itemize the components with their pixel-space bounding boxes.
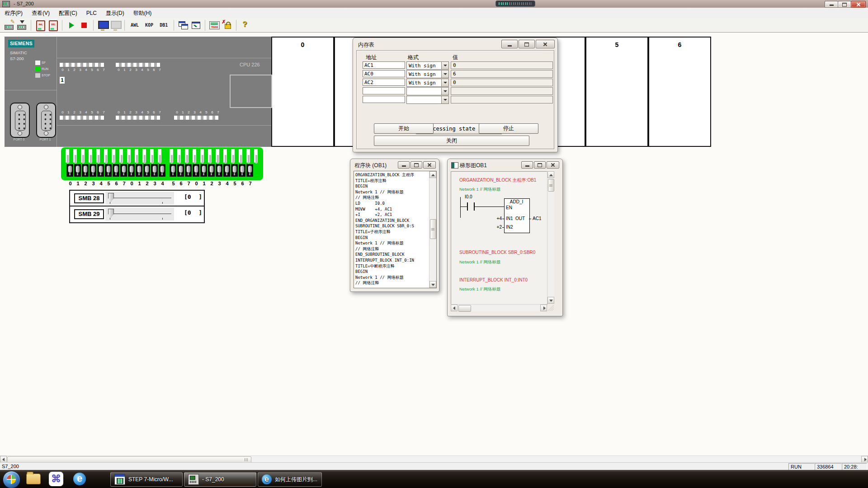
- scroll-right-icon[interactable]: [540, 305, 547, 311]
- dropdown-arrow-icon[interactable]: [441, 70, 448, 78]
- cascade-windows-button[interactable]: [177, 19, 189, 31]
- menu-item[interactable]: PLC: [82, 8, 101, 19]
- smb-slider[interactable]: [105, 207, 174, 221]
- db1-view-button[interactable]: DB1: [156, 21, 171, 29]
- run-button[interactable]: [66, 19, 77, 31]
- close-dialog-button[interactable]: 关闭: [374, 136, 529, 146]
- internet-explorer-icon[interactable]: e: [73, 473, 86, 485]
- input-switch[interactable]: [143, 164, 150, 177]
- address-input[interactable]: [363, 79, 405, 86]
- input-switch[interactable]: [193, 164, 199, 177]
- scroll-down-icon[interactable]: [429, 281, 436, 288]
- address-input[interactable]: [363, 87, 405, 94]
- close-button[interactable]: [423, 161, 436, 169]
- scroll-left-icon[interactable]: [451, 305, 458, 311]
- input-switch[interactable]: [66, 164, 73, 177]
- input-switch[interactable]: [208, 164, 215, 177]
- menu-item[interactable]: 配置(C): [54, 8, 82, 18]
- horizontal-scrollbar[interactable]: [451, 304, 547, 311]
- vertical-scrollbar[interactable]: [429, 171, 436, 288]
- awl-view-button[interactable]: AWL: [127, 21, 142, 29]
- help-button[interactable]: ?: [240, 19, 251, 31]
- format-select[interactable]: [406, 87, 449, 95]
- minimize-button[interactable]: [825, 1, 838, 8]
- explorer-icon[interactable]: [26, 474, 41, 484]
- close-button[interactable]: [536, 40, 555, 48]
- start-button[interactable]: [3, 471, 20, 488]
- menu-item[interactable]: 查看(V): [27, 8, 54, 18]
- address-input[interactable]: [363, 96, 405, 103]
- input-switch[interactable]: [97, 164, 104, 177]
- menu-item[interactable]: 帮助(H): [129, 8, 156, 18]
- vertical-scrollbar[interactable]: [547, 171, 554, 304]
- close-button[interactable]: [547, 161, 559, 169]
- address-input[interactable]: [363, 61, 405, 69]
- dropdown-arrow-icon[interactable]: [441, 88, 448, 95]
- input-switch[interactable]: [90, 164, 96, 177]
- format-select[interactable]: With sign: [406, 61, 449, 70]
- input-switch[interactable]: [239, 164, 245, 177]
- input-switch[interactable]: [231, 164, 238, 177]
- monitor-on-button[interactable]: [97, 19, 108, 31]
- input-switch[interactable]: [128, 164, 135, 177]
- dropdown-arrow-icon[interactable]: [441, 96, 448, 103]
- menu-item[interactable]: 程序(P): [0, 8, 27, 18]
- td200-button[interactable]: TD200: [208, 19, 220, 31]
- ladder-canvas[interactable]: ORGANIZATION_BLOCK 主程序:OB1 Network 1 // …: [451, 171, 547, 305]
- unlock-button[interactable]: ✗: [221, 19, 233, 31]
- input-switch[interactable]: [159, 164, 165, 177]
- scroll-up-icon[interactable]: [429, 171, 436, 178]
- input-switch[interactable]: [177, 164, 184, 177]
- taskbar-button-step7[interactable]: STEP 7-Micro/W...: [110, 472, 183, 487]
- smb-slider[interactable]: [105, 192, 174, 205]
- minimize-button[interactable]: [521, 161, 533, 169]
- scroll-thumb[interactable]: [458, 305, 471, 312]
- slider-thumb[interactable]: [108, 193, 114, 202]
- scroll-down-icon[interactable]: [547, 297, 554, 304]
- address-input[interactable]: [363, 70, 405, 77]
- download-program-button[interactable]: [16, 19, 28, 31]
- state-chart-button[interactable]: [190, 19, 202, 31]
- input-switch[interactable]: [170, 164, 176, 177]
- slider-thumb[interactable]: [108, 209, 114, 217]
- taskbar-button-browser[interactable]: e 如何上传图片到...: [258, 472, 322, 487]
- edit-program-button[interactable]: ✎: [3, 19, 15, 31]
- input-switch[interactable]: [120, 164, 127, 177]
- dropdown-arrow-icon[interactable]: [441, 62, 448, 69]
- load-awl-button[interactable]: AWL: [34, 19, 46, 31]
- dropdown-arrow-icon[interactable]: [441, 79, 448, 86]
- restore-button[interactable]: [534, 161, 546, 169]
- input-switch[interactable]: [113, 164, 119, 177]
- scroll-thumb[interactable]: [548, 179, 554, 192]
- program-text-area[interactable]: ORGANIZATION_BLOCK 主程序TITLE=程序注释BEGINNet…: [354, 171, 437, 288]
- input-switch[interactable]: [200, 164, 207, 177]
- scroll-thumb[interactable]: [430, 219, 436, 239]
- scroll-up-icon[interactable]: [547, 171, 554, 178]
- input-switch[interactable]: [136, 164, 142, 177]
- app-knot-icon[interactable]: ⌘: [49, 472, 63, 486]
- stop-button[interactable]: [78, 19, 90, 31]
- format-select[interactable]: With sign: [406, 70, 449, 78]
- minimize-button[interactable]: [398, 161, 410, 169]
- input-switch[interactable]: [223, 164, 230, 177]
- restore-button[interactable]: [519, 40, 535, 48]
- input-switch[interactable]: [185, 164, 192, 177]
- input-switch[interactable]: [74, 164, 81, 177]
- app-horizontal-scrollbar[interactable]: [0, 455, 868, 463]
- close-button[interactable]: [851, 1, 866, 8]
- kop-view-button[interactable]: KOP: [142, 21, 156, 29]
- input-switch[interactable]: [216, 164, 222, 177]
- restore-button[interactable]: [410, 161, 422, 169]
- format-select[interactable]: [406, 96, 449, 104]
- scroll-right-icon[interactable]: [861, 456, 868, 463]
- maximize-button[interactable]: [838, 1, 851, 8]
- input-switch[interactable]: [105, 164, 112, 177]
- start-button[interactable]: 开始: [374, 123, 434, 134]
- menu-item[interactable]: 显示(D): [101, 8, 129, 18]
- taskbar-button-s7200[interactable]: - S7_200: [184, 472, 256, 487]
- scroll-left-icon[interactable]: [0, 456, 7, 463]
- input-switch[interactable]: [82, 164, 89, 177]
- format-select[interactable]: With sign: [406, 79, 449, 87]
- resize-grip[interactable]: [547, 305, 554, 311]
- input-switch[interactable]: [151, 164, 158, 177]
